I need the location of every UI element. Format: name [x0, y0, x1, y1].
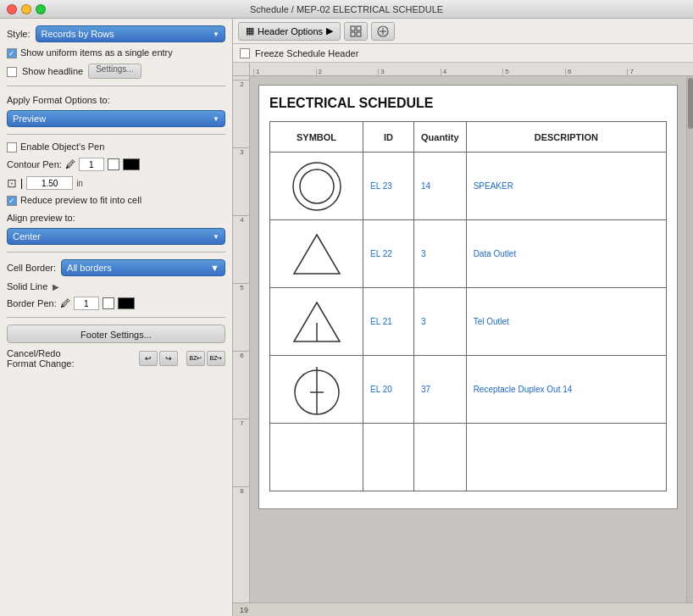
- table-icon: ▦: [246, 25, 254, 36]
- desc-cell-2: Data Outlet: [466, 220, 666, 288]
- cell-icon: ⊡: [7, 176, 17, 190]
- redo-button[interactable]: ↪: [159, 351, 178, 366]
- qty-value-1: 14: [421, 181, 430, 191]
- reduce-preview-checkbox[interactable]: [7, 196, 17, 206]
- schedule-table: SYMBOL ID Quantity DESCRIPTION: [269, 121, 667, 491]
- qty-cell-4: 37: [414, 356, 467, 424]
- id-value-3: EL 21: [370, 317, 392, 326]
- border-pen-icon: 🖉: [60, 297, 70, 309]
- add-icon: [377, 25, 389, 37]
- apply-format-label: Apply Format Options to:: [7, 95, 225, 105]
- cell-border-label: Cell Border:: [7, 263, 56, 273]
- border-pen-input[interactable]: [74, 297, 99, 310]
- qty-value-2: 3: [421, 249, 426, 258]
- footer-settings-button[interactable]: Footer Settings...: [7, 325, 225, 343]
- id-value-2: EL 22: [370, 249, 392, 258]
- add-button[interactable]: [371, 22, 395, 41]
- qty-value-3: 3: [421, 317, 426, 326]
- svg-rect-2: [351, 32, 355, 36]
- schedule-paper: ELECTRICAL SCHEDULE SYMBOL ID Quantity D…: [258, 85, 678, 509]
- contour-pen-input[interactable]: [79, 158, 104, 171]
- show-headline-checkbox[interactable]: [7, 67, 17, 77]
- style-dropdown[interactable]: Records by Rows ▼: [36, 25, 225, 42]
- expand-button[interactable]: [344, 22, 368, 41]
- border-color-black[interactable]: [118, 297, 135, 309]
- ruler-mark-1: 1: [253, 69, 316, 75]
- id-cell-4: EL 20: [363, 356, 414, 424]
- header-options-label: Header Options: [258, 26, 323, 36]
- style-value: Records by Rows: [42, 29, 114, 39]
- symbol-cell-1: [270, 153, 363, 220]
- v-ruler-mark-4: 4: [233, 215, 249, 283]
- align-dropdown[interactable]: Center ▼: [7, 228, 225, 245]
- horizontal-ruler: 1 2 3 4 5 6 7: [250, 63, 693, 76]
- border-color-white[interactable]: [103, 297, 114, 309]
- cell-border-row: Cell Border: All borders ▼: [7, 259, 225, 276]
- ruler-container: 1 2 3 4 5 6 7: [233, 63, 693, 76]
- header-options-button[interactable]: ▦ Header Options ▶: [238, 22, 341, 41]
- v-ruler-mark-6: 6: [233, 351, 249, 419]
- pen-color-white[interactable]: [108, 158, 119, 170]
- maximize-button[interactable]: [36, 4, 46, 14]
- show-headline-label: Show headline: [22, 66, 83, 76]
- show-uniform-checkbox[interactable]: [7, 48, 17, 58]
- desc-cell-5: [466, 424, 666, 491]
- id-cell-1: EL 23: [363, 153, 414, 220]
- scroll-indicator[interactable]: [686, 76, 693, 602]
- id-cell-5: [363, 424, 414, 491]
- id-cell-3: EL 21: [363, 288, 414, 356]
- symbol-cell-2: [270, 220, 363, 288]
- border-pen-row: Border Pen: 🖉: [7, 297, 225, 310]
- window-controls[interactable]: [7, 4, 46, 14]
- right-panel: ▦ Header Options ▶: [233, 19, 693, 616]
- id-value-4: EL 20: [370, 385, 392, 394]
- show-uniform-label: Show uniform items as a single entry: [20, 47, 173, 58]
- align-label: Align preview to:: [7, 213, 225, 223]
- symbol-cell-3: [270, 288, 363, 356]
- style-dropdown-arrow: ▼: [213, 31, 219, 38]
- id-cell-2: EL 22: [363, 220, 414, 288]
- close-button[interactable]: [7, 4, 17, 14]
- qty-cell-5: [414, 424, 467, 491]
- cancel-redo-row: Cancel/Redo Format Change: ↩ ↪ BZ↩ BZ↪: [7, 348, 225, 369]
- minimize-button[interactable]: [21, 4, 31, 14]
- settings-button[interactable]: Settings...: [88, 64, 141, 79]
- freeze-header-checkbox[interactable]: [240, 48, 250, 58]
- v-ruler-mark-8: 8: [233, 486, 249, 554]
- undo-button[interactable]: ↩: [139, 351, 158, 366]
- v-ruler-mark-5: 5: [233, 283, 249, 351]
- align-value: Center: [13, 231, 41, 241]
- ruler-mark-5: 5: [502, 69, 565, 75]
- window-title: Schedule / MEP-02 ELECTRICAL SCHEDULE: [250, 4, 443, 14]
- enable-pen-checkbox[interactable]: [7, 142, 17, 153]
- svg-rect-1: [357, 26, 361, 31]
- id-value-1: EL 23: [370, 181, 392, 191]
- pen-color-black[interactable]: [123, 158, 140, 170]
- divider-3: [7, 252, 225, 253]
- show-uniform-row: Show uniform items as a single entry: [7, 47, 225, 58]
- reduce-preview-row: Reduce preview to fit into cell: [7, 195, 225, 206]
- table-row: EL 22 3 Data Outlet: [270, 220, 667, 288]
- apply-format-arrow: ▼: [213, 115, 219, 123]
- table-row: EL 21 3 Tel Outlet: [270, 288, 667, 356]
- solid-line-row: Solid Line ▶: [7, 281, 225, 291]
- format-undo-button[interactable]: BZ↩: [186, 351, 205, 366]
- style-row: Style: Records by Rows ▼: [7, 25, 225, 42]
- ruler-mark-3: 3: [378, 69, 441, 75]
- cell-border-dropdown[interactable]: All borders ▼: [61, 259, 225, 276]
- format-undo-group: BZ↩ BZ↪: [186, 351, 225, 366]
- vertical-ruler: 2 3 4 5 6 7 8: [233, 76, 250, 602]
- titlebar: Schedule / MEP-02 ELECTRICAL SCHEDULE: [0, 0, 693, 19]
- left-panel: Style: Records by Rows ▼ Show uniform it…: [0, 19, 233, 616]
- table-header-row: SYMBOL ID Quantity DESCRIPTION: [270, 122, 667, 153]
- apply-format-dropdown[interactable]: Preview ▼: [7, 110, 225, 127]
- right-toolbar: ▦ Header Options ▶: [233, 19, 693, 44]
- col-description: DESCRIPTION: [466, 122, 666, 153]
- schedule-area[interactable]: ELECTRICAL SCHEDULE SYMBOL ID Quantity D…: [250, 76, 686, 602]
- size-input[interactable]: [26, 176, 73, 190]
- scroll-thumb[interactable]: [688, 78, 693, 129]
- freeze-header-label: Freeze Schedule Header: [255, 48, 358, 58]
- data-outlet-symbol: [287, 225, 346, 284]
- format-redo-button[interactable]: BZ↪: [207, 351, 225, 366]
- divider-4: [7, 317, 225, 318]
